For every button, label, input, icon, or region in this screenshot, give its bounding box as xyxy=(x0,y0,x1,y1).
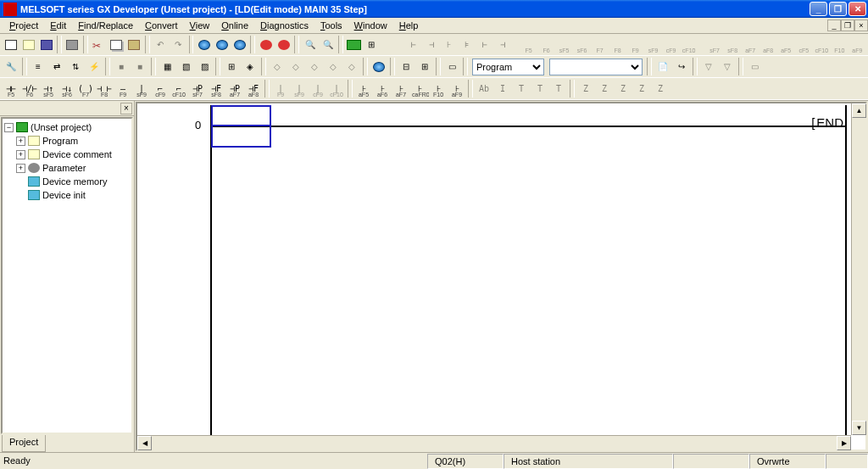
ladder-key-F9[interactable]: |F9 xyxy=(271,80,290,98)
online-button-3[interactable] xyxy=(231,36,248,53)
tb2-btn-19[interactable]: ⊟ xyxy=(397,58,415,75)
tool-btn-a[interactable] xyxy=(257,36,275,53)
menu-edit[interactable]: Edit xyxy=(44,19,72,32)
copy-button[interactable] xyxy=(108,36,125,53)
save-button[interactable] xyxy=(37,36,55,53)
menu-convert[interactable]: Convert xyxy=(139,19,184,32)
ladder-key-aF6[interactable]: ⊦aF6 xyxy=(373,80,392,98)
menu-diagnostics[interactable]: Diagnostics xyxy=(254,19,314,32)
ladder-key-[interactable]: Z xyxy=(632,80,651,98)
ladder-key-[interactable]: T xyxy=(531,80,549,98)
tb2-btn-22[interactable]: 📄 xyxy=(654,58,672,75)
program-select[interactable]: Program xyxy=(472,59,544,75)
menu-project[interactable]: Project xyxy=(3,19,44,32)
ladder-key-[interactable]: Z xyxy=(576,80,595,98)
scroll-up-button[interactable]: ▲ xyxy=(852,103,866,118)
tb2-btn-17[interactable]: ◇ xyxy=(342,58,361,75)
ladder-key-sF8[interactable]: ⊣FsF8 xyxy=(207,80,225,98)
tb2-btn-13[interactable]: ◇ xyxy=(268,58,287,75)
tb2-btn-2[interactable]: ≡ xyxy=(29,58,47,75)
tb2-btn-6[interactable]: ■ xyxy=(112,58,131,75)
menu-window[interactable]: Window xyxy=(348,19,393,32)
ladder-key-aF8[interactable]: ⊣FaF8 xyxy=(244,80,263,98)
ladder-key-F10[interactable]: ⊦F10 xyxy=(429,80,448,98)
ladder-key-cF9[interactable]: ⌐cF9 xyxy=(151,80,170,98)
menu-help[interactable]: Help xyxy=(393,19,425,32)
ladder-key-aF7[interactable]: ⊦aF7 xyxy=(392,80,410,98)
ladder-key-cF9[interactable]: |cF9 xyxy=(309,80,327,98)
tb2-btn-15[interactable]: ◇ xyxy=(305,58,324,75)
ladder-key-sF9[interactable]: |sF9 xyxy=(132,80,151,98)
new-button[interactable] xyxy=(2,36,19,53)
vertical-scrollbar[interactable]: ▲ ▼ xyxy=(851,103,865,435)
tb2-btn-1[interactable]: 🔧 xyxy=(2,58,20,75)
mdi-restore-button[interactable]: ❐ xyxy=(841,20,854,31)
menu-tools[interactable]: Tools xyxy=(314,19,348,32)
tree-item-parameter[interactable]: +Parameter xyxy=(4,161,130,175)
ladder-key-[interactable]: T xyxy=(512,80,531,98)
undo-button[interactable]: ↶ xyxy=(152,36,170,53)
menu-view[interactable]: View xyxy=(184,19,216,32)
ladder-key-F5[interactable]: ⊣⊢F5 xyxy=(2,80,20,98)
ladder-cursor[interactable] xyxy=(211,105,271,148)
ladder-key-F7[interactable]: ( )F7 xyxy=(76,80,95,98)
tb2-btn-12[interactable]: ◈ xyxy=(241,58,259,75)
tree-tab-project[interactable]: Project xyxy=(2,435,46,452)
ladder-key-sF6[interactable]: ⊣↓sF6 xyxy=(58,80,76,98)
close-button[interactable]: ✕ xyxy=(849,2,866,16)
ladder-key-F9[interactable]: —F9 xyxy=(114,80,132,98)
horizontal-scrollbar[interactable]: ◀ ▶ xyxy=(137,435,851,449)
tb2-btn-4[interactable]: ⇅ xyxy=(66,58,85,75)
ladder-key-cF10[interactable]: |cF10 xyxy=(327,80,346,98)
mdi-close-button[interactable]: × xyxy=(854,20,868,31)
menu-find-replace[interactable]: Find/Replace xyxy=(72,19,139,32)
tb2-btn-11[interactable]: ⊞ xyxy=(222,58,241,75)
tb2-btn-21[interactable]: ▭ xyxy=(442,58,461,75)
tb2-btn-24[interactable]: ▽ xyxy=(699,58,718,75)
menu-online[interactable]: Online xyxy=(215,19,254,32)
tree-root[interactable]: − (Unset project) xyxy=(4,120,130,134)
project-tree[interactable]: − (Unset project) +Program+Device commen… xyxy=(1,117,133,434)
tb2-btn-26[interactable]: ▭ xyxy=(745,58,764,75)
print-button[interactable] xyxy=(64,36,81,53)
redo-button[interactable]: ↷ xyxy=(170,36,187,53)
ladder-key-aF9[interactable]: ⊦aF9 xyxy=(448,80,466,98)
ladder-key-[interactable]: T xyxy=(549,80,568,98)
tb2-btn-23[interactable]: ↪ xyxy=(672,58,691,75)
ladder-key-[interactable]: Z xyxy=(651,80,670,98)
online-button-1[interactable] xyxy=(195,36,213,53)
tb2-btn-3[interactable]: ⇄ xyxy=(47,58,66,75)
paste-button[interactable] xyxy=(125,36,143,53)
tb2-btn-8[interactable]: ▦ xyxy=(158,58,176,75)
ladder-key-aF7[interactable]: ⊣PaF7 xyxy=(225,80,244,98)
ladder-key-sF5[interactable]: ⊣↑sF5 xyxy=(39,80,58,98)
ladder-key-[interactable]: Z xyxy=(614,80,632,98)
tb2-btn-18[interactable] xyxy=(370,58,388,75)
online-button-2[interactable] xyxy=(213,36,231,53)
tree-item-device-comment[interactable]: +Device comment xyxy=(4,148,130,161)
ladder-key-sF7[interactable]: ⊣PsF7 xyxy=(188,80,207,98)
tb2-btn-25[interactable]: ▽ xyxy=(718,58,737,75)
maximize-button[interactable]: ❐ xyxy=(829,2,847,16)
find-button-1[interactable]: 🔍 xyxy=(301,36,319,53)
ladder-key-sF9[interactable]: |sF9 xyxy=(290,80,309,98)
mdi-minimize-button[interactable]: _ xyxy=(827,20,841,31)
tree-item-device-init[interactable]: Device init xyxy=(4,188,130,202)
ladder-key-[interactable]: Z xyxy=(595,80,614,98)
open-button[interactable] xyxy=(19,36,37,53)
find-button-2[interactable]: 🔍 xyxy=(319,36,337,53)
tb2-btn-9[interactable]: ▧ xyxy=(176,58,195,75)
scroll-right-button[interactable]: ▶ xyxy=(837,436,851,450)
ladder-key-[interactable]: Ab xyxy=(475,80,493,98)
cut-button[interactable]: ✂ xyxy=(90,36,108,53)
tool-btn-b[interactable] xyxy=(275,36,292,53)
scroll-left-button[interactable]: ◀ xyxy=(137,436,152,450)
tree-close-button[interactable]: × xyxy=(120,103,132,114)
tb2-btn-10[interactable]: ▨ xyxy=(195,58,214,75)
tree-item-program[interactable]: +Program xyxy=(4,134,130,148)
minimize-button[interactable]: _ xyxy=(810,2,827,16)
tool-btn-c[interactable] xyxy=(345,36,363,53)
ladder-key-caFR0[interactable]: ⊦caFR0 xyxy=(410,80,429,98)
ladder-key-cF10[interactable]: ⌐cF10 xyxy=(170,80,188,98)
ladder-key-[interactable]: I xyxy=(493,80,512,98)
